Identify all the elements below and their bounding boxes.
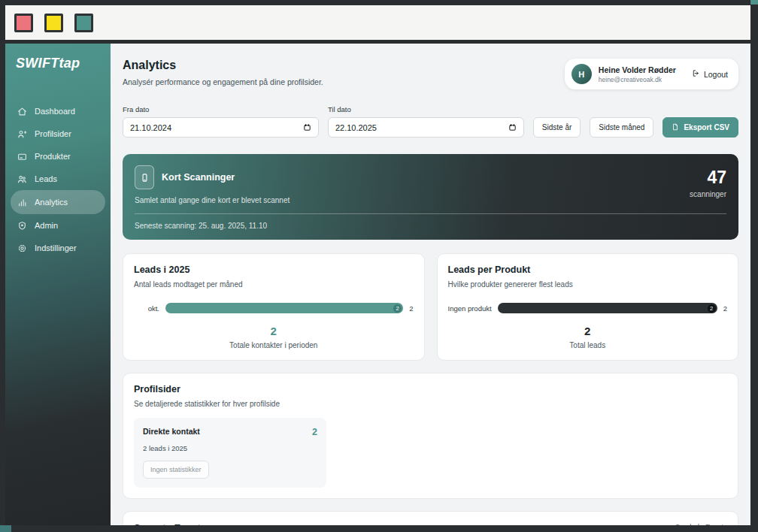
card-scan-icon <box>135 165 154 189</box>
card-icon <box>17 152 27 162</box>
last-month-button[interactable]: Sidste måned <box>590 117 653 138</box>
scan-count: 47 <box>690 169 726 186</box>
bar-row: okt. 2 2 <box>134 303 414 313</box>
sidebar-item-admin[interactable]: Admin <box>5 214 111 237</box>
bar-row: Ingen produkt 2 2 <box>448 303 728 313</box>
leads-product-total-label: Total leads <box>448 341 728 349</box>
card-scans-banner: Kort Scanninger Samlet antal gange dine … <box>123 154 738 240</box>
export-csv-button[interactable]: Eksport CSV <box>662 117 738 138</box>
sidebar-item-label: Dashboard <box>35 107 75 116</box>
leads-month-total: 2 <box>134 325 414 337</box>
from-date-input[interactable]: 21.10.2024 <box>123 117 319 138</box>
sidebar-item-profilsider[interactable]: Profilsider <box>5 122 111 145</box>
profiles-card: Profilsider Se detaljerede statistikker … <box>123 373 738 499</box>
titlebar-square-red <box>14 14 33 32</box>
sidebar-item-label: Leads <box>35 174 57 183</box>
leads-product-total: 2 <box>448 325 728 337</box>
profile-name: Direkte kontakt <box>143 427 200 436</box>
leads-month-bar: 2 <box>165 303 403 313</box>
app-logo: SWIFTtap <box>5 44 111 79</box>
to-date-group: Til dato 22.10.2025 <box>328 105 524 138</box>
page-header: Analytics Analysér performance og engage… <box>123 59 323 86</box>
profiles-subtitle: Se detaljerede statistikker for hver pro… <box>134 400 727 408</box>
shield-icon <box>17 221 27 231</box>
to-date-value: 22.10.2025 <box>335 123 377 132</box>
bar-label: Ingen produkt <box>448 304 492 313</box>
leads-product-title: Leads per Produkt <box>448 264 728 275</box>
main-content: Analytics Analysér performance og engage… <box>111 44 750 525</box>
titlebar-square-yellow <box>44 14 63 32</box>
home-icon <box>17 107 27 116</box>
profiles-title: Profilsider <box>134 384 727 394</box>
events-total-block: Samlede Events 47 <box>675 522 727 525</box>
events-title: Seneste Events <box>134 522 284 525</box>
bar-value: 2 <box>723 304 727 313</box>
sidebar-item-produkter[interactable]: Produkter <box>5 145 111 168</box>
export-csv-label: Eksport CSV <box>684 123 729 131</box>
sidebar-item-dashboard[interactable]: Dashboard <box>5 100 111 122</box>
calendar-icon[interactable] <box>303 123 311 131</box>
sidebar-item-label: Produkter <box>35 152 71 161</box>
sidebar-item-label: Indstillinger <box>35 243 77 252</box>
logout-button[interactable]: Logout <box>692 69 728 79</box>
user-card: H Heine Volder Rødder heine@creativeoak.… <box>565 59 738 89</box>
page-title: Analytics <box>123 59 323 72</box>
document-icon <box>672 123 679 132</box>
bar-value: 2 <box>409 304 413 313</box>
page-subtitle: Analysér performance og engagement på di… <box>123 77 323 86</box>
titlebar-square-teal <box>74 14 93 32</box>
scan-info: Kort Scanninger Samlet antal gange dine … <box>135 165 290 204</box>
sidebar-item-leads[interactable]: Leads <box>5 168 111 190</box>
from-date-label: Fra dato <box>123 105 319 113</box>
last-year-button[interactable]: Sidste år <box>533 117 581 138</box>
user-plus-icon <box>17 129 27 139</box>
leads-product-subtitle: Hvilke produkter genererer flest leads <box>448 280 728 289</box>
sidebar: SWIFTtap Dashboard Profilsider Produkter… <box>5 44 111 525</box>
users-icon <box>17 174 27 184</box>
sidebar-item-analytics[interactable]: Analytics <box>11 190 105 214</box>
leads-month-total-label: Totale kontakter i perioden <box>134 341 414 349</box>
sidebar-item-indstillinger[interactable]: Indstillinger <box>5 237 111 259</box>
scan-count-block: 47 scanninger <box>690 165 726 204</box>
scan-card-subtitle: Samlet antal gange dine kort er blevet s… <box>135 196 290 204</box>
logout-label: Logout <box>704 70 728 79</box>
leads-product-card: Leads per Produkt Hvilke produkter gener… <box>437 253 739 361</box>
gear-icon <box>17 243 27 253</box>
user-name: Heine Volder Rødder <box>599 65 676 74</box>
to-date-input[interactable]: 22.10.2025 <box>328 117 524 138</box>
leads-month-subtitle: Antal leads modtaget per måned <box>134 280 414 289</box>
user-email: heine@creativeoak.dk <box>599 76 676 83</box>
events-total-label: Samlede Events <box>675 522 727 525</box>
sidebar-item-label: Admin <box>35 221 58 230</box>
sidebar-menu: Dashboard Profilsider Produkter Leads An… <box>5 100 111 259</box>
events-card: Seneste Events Spor klik og omdirigering… <box>123 511 738 525</box>
leads-product-total-block: 2 Total leads <box>448 325 728 349</box>
frame-accent-bottom-left <box>0 525 11 532</box>
bar-badge: 2 <box>393 304 402 313</box>
divider <box>135 213 726 214</box>
leads-month-total-block: 2 Totale kontakter i perioden <box>134 325 414 349</box>
frame-accent-top-right <box>750 0 758 5</box>
calendar-icon[interactable] <box>508 123 517 131</box>
scan-count-label: scanninger <box>690 190 726 198</box>
bar-label: okt. <box>134 304 159 313</box>
leads-month-card: Leads i 2025 Antal leads modtaget per må… <box>123 253 425 361</box>
window-titlebar <box>5 5 750 44</box>
scan-card-title: Kort Scanninger <box>162 172 235 183</box>
no-statistics-button[interactable]: Ingen statistikker <box>143 461 209 479</box>
sidebar-item-label: Analytics <box>35 198 68 207</box>
bar-chart-icon <box>17 198 27 207</box>
user-info: Heine Volder Rødder heine@creativeoak.dk <box>599 65 676 83</box>
last-scan-text: Seneste scanning: 25. aug. 2025, 11.10 <box>135 222 726 230</box>
from-date-value: 21.10.2024 <box>130 123 171 132</box>
filter-bar: Fra dato 21.10.2024 Til dato 22.10.2025 … <box>123 105 738 138</box>
from-date-group: Fra dato 21.10.2024 <box>123 105 319 138</box>
bar-badge: 2 <box>708 304 716 313</box>
profile-meta: 2 leads i 2025 <box>143 444 317 452</box>
avatar: H <box>572 64 592 84</box>
profile-tile[interactable]: Direkte kontakt 2 2 leads i 2025 Ingen s… <box>134 418 326 488</box>
profile-count: 2 <box>312 427 317 437</box>
leads-product-bar: 2 <box>498 303 717 313</box>
to-date-label: Til dato <box>328 105 524 113</box>
logout-icon <box>692 69 700 79</box>
